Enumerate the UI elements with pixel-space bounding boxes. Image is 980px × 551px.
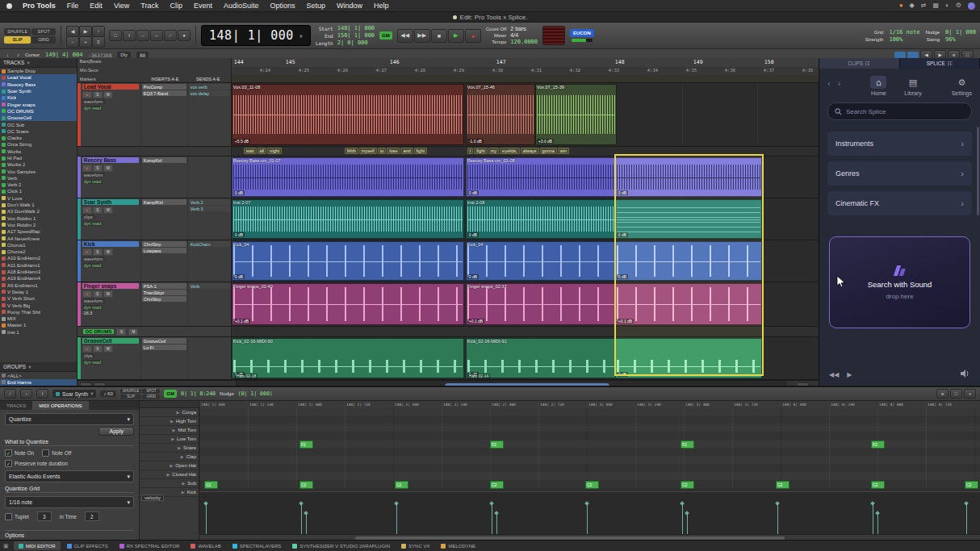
tuplet-denominator-field[interactable]: 2 <box>85 511 99 521</box>
edit-tool-button[interactable]: I <box>123 30 136 41</box>
strength-slider[interactable] <box>572 39 593 42</box>
midi-input-badge[interactable]: GM <box>379 31 392 40</box>
status-icon[interactable]: ⇄ <box>921 2 927 9</box>
midi-note[interactable]: C2 <box>871 481 885 489</box>
markers-ruler[interactable] <box>232 75 819 82</box>
velocity-stem[interactable] <box>496 513 497 534</box>
main-counter[interactable]: 148| 1| 000▼ <box>201 25 311 46</box>
track-list-item[interactable]: A11 EndHarm1 <box>0 262 77 269</box>
menu-item[interactable]: Help <box>368 2 395 10</box>
track-view-selector[interactable]: waveform <box>82 173 105 177</box>
forward-button[interactable]: › <box>838 78 841 88</box>
drum-lane-key[interactable]: ▶ Snare <box>140 444 199 453</box>
lyric-marker[interactable]: wait <box>244 148 257 154</box>
track-list-item[interactable]: Orca String <box>0 141 77 148</box>
dock-tab[interactable]: MELODYNE <box>436 541 480 550</box>
selection-end[interactable]: 150| 1| 000 <box>337 32 375 39</box>
ruler-label-markers[interactable]: Markers <box>80 77 147 81</box>
edit-tool-button[interactable]: ~ <box>150 30 163 41</box>
user-avatar[interactable] <box>968 2 975 10</box>
lyrics-marker-area[interactable]: waitallnight Withmyselftoloseandfight <box>232 147 819 156</box>
tab-tracks[interactable]: TRACKS <box>0 401 32 410</box>
velocity-stem[interactable] <box>492 503 492 534</box>
velocity-stem[interactable] <box>966 503 967 534</box>
group-list-item[interactable]: End Harms <box>0 379 77 386</box>
track-list-item[interactable]: Chorus2 <box>0 248 77 255</box>
velocity-lane[interactable] <box>199 491 980 536</box>
midi-edit-mode-button[interactable]: SLIP <box>120 394 142 399</box>
folder-track-name[interactable]: OC DRUMS <box>83 329 115 334</box>
edit-tool-button[interactable]: ● <box>178 30 191 41</box>
midi-note[interactable]: C2 <box>965 481 978 489</box>
track-list-item[interactable]: Finger snaps <box>0 101 77 107</box>
audio-clip[interactable]: Vox.07_15-39 +3.0 dB <box>535 84 617 145</box>
edit-selection-chip[interactable] <box>907 52 919 58</box>
midi-note[interactable]: F2 <box>490 440 504 449</box>
midi-grid-counter[interactable]: 0| 1| 0:240 <box>181 390 216 397</box>
record-enable-button[interactable]: ● <box>82 290 92 298</box>
velocity-stem[interactable] <box>306 513 307 534</box>
track-list-item[interactable]: A3 DontWalk 2 <box>0 208 77 215</box>
lyric-marker[interactable]: lose <box>387 148 400 154</box>
solo-button[interactable]: S <box>93 207 103 214</box>
velocity-stem[interactable] <box>682 503 683 534</box>
edit-tool-button[interactable]: ∕ <box>164 30 177 41</box>
track-list-item[interactable]: A10 EndHarm2 <box>0 255 77 261</box>
track-name[interactable]: Finger snaps <box>82 283 139 289</box>
track-list-item[interactable]: V Delay 1 <box>0 289 77 295</box>
zoom-button[interactable]: ◀ <box>66 26 79 37</box>
drum-lane-key[interactable]: ▶ Sub <box>140 479 199 488</box>
menu-item[interactable]: Event <box>188 2 218 10</box>
track-name[interactable]: Lead Vocal <box>82 84 139 90</box>
zoom-button[interactable]: ▶ <box>79 26 92 37</box>
velocity-stem[interactable] <box>873 503 873 534</box>
lyric-marker[interactable]: to <box>378 148 387 154</box>
track-name[interactable]: Kick <box>82 241 139 247</box>
expand-arrow-icon[interactable]: ▶ <box>166 472 170 477</box>
send-slot[interactable]: Verb 2 <box>189 199 230 205</box>
lyric-marker[interactable]: fight <box>414 148 427 154</box>
send-slot[interactable]: Verb <box>189 283 230 289</box>
solo-button[interactable]: S <box>93 248 103 256</box>
midi-note[interactable]: C2 <box>299 481 313 489</box>
midi-note[interactable]: F2 <box>299 440 313 449</box>
drum-lane-rows[interactable] <box>199 407 980 488</box>
track-arrange-area[interactable]: Inst 2-07 0 dB Inst 2-08 0 dB 0 dB <box>232 198 819 240</box>
grid-value[interactable]: 1/16 note <box>889 29 919 35</box>
audio-clip[interactable]: 0 dB <box>615 241 762 281</box>
ruler-label-minsecs[interactable]: Min:Secs <box>80 68 147 73</box>
back-button[interactable]: ‹ <box>827 78 831 88</box>
velocity-stem[interactable] <box>687 513 688 534</box>
edit-mode-button[interactable]: SLIP <box>4 36 31 44</box>
send-slot[interactable]: KickChain <box>189 241 230 247</box>
track-list-item[interactable]: Vox Samples <box>0 168 77 174</box>
insert-slot[interactable]: EQ3 7-Band <box>142 90 186 96</box>
insert-slot[interactable]: ProComp <box>142 84 186 90</box>
rewind-button[interactable]: ◀◀ <box>397 29 413 43</box>
solo-button[interactable]: S <box>93 290 103 298</box>
insert-slot[interactable]: Lowpass <box>142 248 186 253</box>
previous-sample-button[interactable]: ◀◀ <box>829 371 839 378</box>
edit-tool-button[interactable]: ↔ <box>136 30 149 41</box>
track-arrange-area[interactable]: Finger snaps_02-40 +0.1 dB Finger snaps_… <box>232 282 819 326</box>
track-list-item[interactable]: A17 SpeedRap <box>0 228 77 235</box>
menu-item[interactable]: Clip <box>164 2 188 10</box>
solo-button[interactable]: S <box>93 91 103 98</box>
send-slot[interactable]: Verb 3 <box>189 206 230 211</box>
midi-note-grid[interactable]: 148| 1| 000148| 1| 240148| 1| 480148| 1|… <box>199 401 980 542</box>
timeline-rulers[interactable]: 144145146147148149150 4:244:254:264:274:… <box>232 58 819 82</box>
insert-slot[interactable]: Lo-Fi <box>142 344 186 350</box>
splice-nav-item[interactable]: ▤ Library <box>904 76 921 96</box>
expand-arrow-icon[interactable]: ▶ <box>178 445 181 450</box>
track-list-item[interactable]: Lead Vocal <box>0 74 77 81</box>
drum-lane-key[interactable]: ▶ Conga <box>140 408 199 417</box>
status-icon[interactable]: ⚙ <box>956 2 961 9</box>
drum-lane-key[interactable]: ▶ Open Hat <box>140 461 199 470</box>
dock-tab[interactable]: RX SPECTRAL EDITOR <box>115 541 185 550</box>
zoom-button[interactable]: ≡ <box>92 36 105 48</box>
dock-tab[interactable]: SYNTHESIZER V STUDIO 2ARAPLUGIN <box>287 541 395 550</box>
audio-clip[interactable]: Finger snaps_02-40 +0.1 dB <box>232 283 464 325</box>
record-enable-button[interactable]: ● <box>82 248 92 256</box>
lyric-marker[interactable]: myself <box>359 148 377 154</box>
default-note-chip[interactable]: ♪ 60 <box>100 390 115 397</box>
